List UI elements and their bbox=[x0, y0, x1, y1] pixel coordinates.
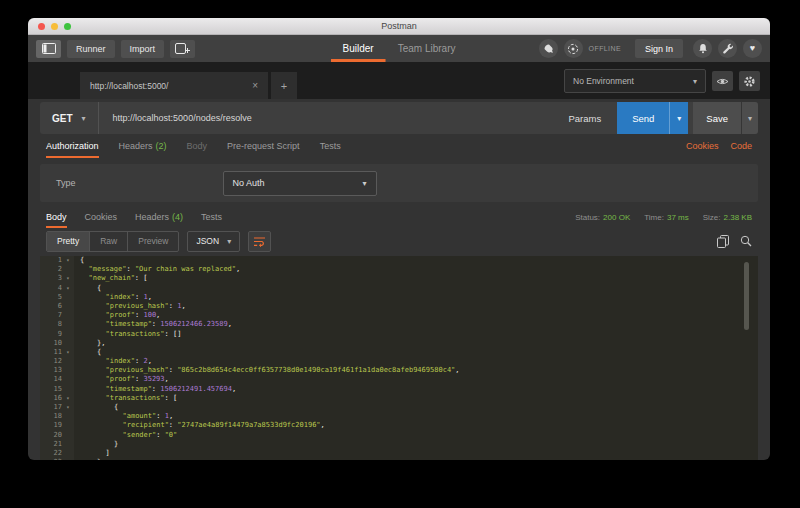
fold-spacer bbox=[62, 375, 74, 384]
satellite-sync-button[interactable] bbox=[539, 39, 558, 58]
url-input[interactable]: http://localhost:5000/nodes/resolve bbox=[99, 113, 553, 123]
tab-pre-request-script[interactable]: Pre-request Script bbox=[227, 134, 300, 158]
fullscreen-window-button[interactable] bbox=[64, 23, 71, 30]
request-tab[interactable]: http://localhost:5000/ × bbox=[80, 72, 268, 99]
method-selector[interactable]: GET ▾ bbox=[40, 102, 99, 134]
line-number: 22 bbox=[40, 449, 62, 458]
code-text: "new_chain": [ bbox=[74, 274, 758, 283]
view-raw-button[interactable]: Raw bbox=[89, 232, 127, 251]
tab-builder[interactable]: Builder bbox=[331, 35, 386, 62]
tab-team-library[interactable]: Team Library bbox=[386, 35, 468, 62]
new-window-button[interactable] bbox=[170, 40, 195, 58]
wrap-text-button[interactable] bbox=[248, 231, 271, 252]
search-response-button[interactable] bbox=[740, 235, 752, 247]
send-button[interactable]: Send ▾ bbox=[617, 102, 688, 134]
settings-button[interactable] bbox=[739, 71, 760, 91]
new-request-tab-button[interactable]: + bbox=[271, 72, 297, 99]
tab-body[interactable]: Body bbox=[187, 134, 208, 158]
save-button[interactable]: Save ▾ bbox=[693, 102, 758, 134]
response-tab-cookies[interactable]: Cookies bbox=[85, 206, 118, 228]
tab-tests[interactable]: Tests bbox=[320, 134, 341, 158]
params-button[interactable]: Params bbox=[552, 113, 617, 124]
gutter: 4▾ bbox=[40, 284, 74, 293]
interceptor-button[interactable] bbox=[564, 39, 583, 58]
code-scrollbar-thumb[interactable] bbox=[744, 262, 749, 330]
fold-toggle-icon[interactable]: ▾ bbox=[62, 348, 74, 357]
line-number: 2 bbox=[40, 265, 62, 274]
authorization-panel: Type No Auth ▾ bbox=[40, 164, 758, 202]
titlebar[interactable]: Postman bbox=[28, 18, 770, 35]
close-tab-icon[interactable]: × bbox=[252, 81, 258, 91]
auth-type-selector[interactable]: No Auth ▾ bbox=[223, 171, 377, 196]
sidebar-toggle-button[interactable] bbox=[36, 40, 61, 58]
fold-toggle-icon[interactable]: ▾ bbox=[62, 274, 74, 283]
response-tab-headers[interactable]: Headers (4) bbox=[135, 206, 183, 228]
code-text: "timestamp": 1506212491.457694, bbox=[74, 385, 758, 394]
environment-selector[interactable]: No Environment ▾ bbox=[564, 69, 706, 93]
sign-in-button[interactable]: Sign In bbox=[635, 39, 683, 58]
toolbar-center-tabs: Builder Team Library bbox=[331, 35, 468, 62]
fold-spacer bbox=[62, 421, 74, 430]
line-number: 16 bbox=[40, 394, 62, 403]
fold-toggle-icon[interactable]: ▾ bbox=[62, 394, 74, 403]
code-link[interactable]: Code bbox=[730, 141, 752, 151]
notifications-button[interactable] bbox=[693, 39, 712, 58]
minimize-window-button[interactable] bbox=[51, 23, 58, 30]
eye-icon bbox=[716, 77, 729, 86]
interceptor-icon bbox=[567, 43, 579, 55]
gutter: 22 bbox=[40, 449, 74, 458]
response-tab-body[interactable]: Body bbox=[46, 206, 67, 228]
code-token: "0" bbox=[165, 431, 178, 439]
code-line: 5"index": 1, bbox=[40, 293, 758, 302]
code-token: "transactions" bbox=[106, 394, 165, 402]
code-token: ] bbox=[106, 449, 110, 457]
favorites-button[interactable]: ♥ bbox=[743, 39, 762, 58]
code-token: "Our chain was replaced" bbox=[135, 265, 236, 273]
fold-spacer bbox=[62, 302, 74, 311]
line-number: 17 bbox=[40, 403, 62, 412]
line-number: 11 bbox=[40, 348, 62, 357]
cookies-link[interactable]: Cookies bbox=[686, 141, 719, 151]
line-number: 20 bbox=[40, 431, 62, 440]
copy-response-button[interactable] bbox=[717, 235, 729, 248]
code-token: , bbox=[169, 412, 173, 420]
line-number: 13 bbox=[40, 366, 62, 375]
fold-spacer bbox=[62, 311, 74, 320]
code-token: 1506212491.457694 bbox=[160, 385, 232, 393]
save-options-button[interactable]: ▾ bbox=[741, 102, 758, 134]
code-line: 13"previous_hash": "865c2b8d654c4ecc0ff6… bbox=[40, 366, 758, 375]
satellite-icon bbox=[543, 43, 554, 54]
code-line: 20"sender": "0" bbox=[40, 431, 758, 440]
response-body-viewer[interactable]: 1▾{2"message": "Our chain was replaced",… bbox=[40, 256, 758, 460]
code-token: { bbox=[114, 403, 118, 411]
time-badge: Time: 37 ms bbox=[644, 213, 689, 222]
view-preview-button[interactable]: Preview bbox=[127, 232, 178, 251]
code-line: 7"proof": 100, bbox=[40, 311, 758, 320]
close-window-button[interactable] bbox=[38, 23, 45, 30]
view-pretty-button[interactable]: Pretty bbox=[47, 232, 89, 251]
settings-tools-button[interactable] bbox=[718, 39, 737, 58]
gutter: 11▾ bbox=[40, 348, 74, 357]
fold-spacer bbox=[62, 412, 74, 421]
main-content: GET ▾ http://localhost:5000/nodes/resolv… bbox=[28, 99, 770, 460]
runner-button[interactable]: Runner bbox=[67, 40, 115, 58]
fold-toggle-icon[interactable]: ▾ bbox=[62, 256, 74, 265]
gutter: 3▾ bbox=[40, 274, 74, 283]
gutter: 19 bbox=[40, 421, 74, 430]
environment-quick-look-button[interactable] bbox=[712, 71, 733, 91]
response-tab-tests[interactable]: Tests bbox=[201, 206, 222, 228]
fold-toggle-icon[interactable]: ▾ bbox=[62, 403, 74, 412]
fold-toggle-icon[interactable]: ▾ bbox=[62, 284, 74, 293]
code-line: 11▾{ bbox=[40, 348, 758, 357]
code-text: { bbox=[74, 284, 758, 293]
import-button[interactable]: Import bbox=[121, 40, 165, 58]
tab-headers[interactable]: Headers (2) bbox=[119, 134, 167, 158]
code-line: 3▾"new_chain": [ bbox=[40, 274, 758, 283]
code-text: "proof": 35293, bbox=[74, 375, 758, 384]
code-text: "transactions": [] bbox=[74, 330, 758, 339]
code-line: 6"previous_hash": 1, bbox=[40, 302, 758, 311]
format-selector[interactable]: JSON ▾ bbox=[187, 231, 240, 252]
send-options-button[interactable]: ▾ bbox=[669, 102, 688, 134]
line-number: 3 bbox=[40, 274, 62, 283]
tab-authorization[interactable]: Authorization bbox=[46, 134, 99, 158]
